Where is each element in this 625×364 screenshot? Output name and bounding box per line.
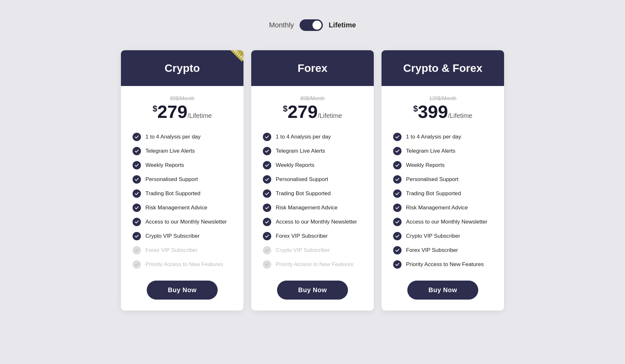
plan-price-forex: $279/Lifetime — [263, 103, 362, 121]
list-item: Weekly Reports — [393, 158, 492, 172]
plan-old-price-forex: 89$/Month — [263, 96, 362, 101]
feature-text: Access to our Monthly Newsletter — [276, 219, 357, 225]
check-active-icon — [133, 133, 141, 141]
plan-price-crypto: $279/Lifetime — [133, 103, 232, 121]
list-item: Personalised Support — [393, 172, 492, 187]
list-item: Risk Management Advice — [133, 201, 232, 215]
list-item: Access to our Monthly Newsletter — [133, 215, 232, 229]
plan-header-crypto: CryptoBESTSELLER — [121, 50, 243, 86]
feature-text: Personalised Support — [145, 176, 198, 183]
feature-text: 1 to 4 Analysis per day — [145, 134, 201, 140]
plan-body-crypto-forex: 139$/Month$399/Lifetime1 to 4 Analysis p… — [382, 86, 504, 311]
check-active-icon — [263, 189, 271, 198]
list-item: Personalised Support — [263, 172, 362, 187]
list-item: Personalised Support — [133, 172, 232, 187]
list-item: Telegram Live Alerts — [263, 144, 362, 158]
billing-toggle-row: Monthly Lifetime — [269, 19, 356, 31]
plan-features-crypto: 1 to 4 Analysis per dayTelegram Live Ale… — [133, 130, 232, 272]
check-active-icon — [263, 133, 271, 141]
buy-button-forex[interactable]: Buy Now — [277, 281, 348, 300]
check-active-icon — [393, 246, 402, 254]
feature-text: Weekly Reports — [276, 162, 314, 168]
feature-text: 1 to 4 Analysis per day — [406, 134, 461, 140]
plan-features-crypto-forex: 1 to 4 Analysis per dayTelegram Live Ale… — [393, 130, 492, 272]
check-inactive-icon — [133, 260, 141, 269]
check-active-icon — [393, 161, 402, 169]
check-active-icon — [133, 161, 141, 169]
feature-text: Priority Access to New Features — [145, 261, 223, 268]
check-inactive-icon — [263, 246, 271, 254]
list-item: Weekly Reports — [263, 158, 362, 172]
list-item: Trading Bot Supported — [133, 187, 232, 201]
list-item: Priority Access to New Features — [263, 257, 362, 272]
feature-text: Trading Bot Supported — [406, 190, 461, 197]
feature-text: Telegram Live Alerts — [276, 148, 325, 154]
lifetime-label: Lifetime — [329, 21, 356, 29]
check-active-icon — [393, 218, 402, 226]
buy-button-crypto[interactable]: Buy Now — [147, 281, 218, 300]
feature-text: 1 to 4 Analysis per day — [276, 134, 331, 140]
feature-text: Risk Management Advice — [145, 205, 207, 211]
check-active-icon — [263, 161, 271, 169]
feature-text: Access to our Monthly Newsletter — [406, 219, 487, 225]
check-active-icon — [263, 147, 271, 155]
plan-old-price-crypto: 89$/Month — [133, 96, 232, 101]
list-item: Access to our Monthly Newsletter — [263, 215, 362, 229]
plan-card-crypto-forex: Crypto & Forex139$/Month$399/Lifetime1 t… — [382, 50, 504, 311]
list-item: Priority Access to New Features — [393, 257, 492, 272]
feature-text: Risk Management Advice — [276, 205, 338, 211]
list-item: 1 to 4 Analysis per day — [133, 130, 232, 144]
list-item: 1 to 4 Analysis per day — [393, 130, 492, 144]
list-item: Trading Bot Supported — [263, 187, 362, 201]
check-active-icon — [133, 189, 141, 198]
feature-text: Crypto VIP Subscriber — [145, 233, 200, 239]
check-active-icon — [393, 189, 402, 198]
feature-text: Telegram Live Alerts — [406, 148, 455, 154]
check-active-icon — [393, 175, 402, 184]
check-inactive-icon — [133, 246, 141, 254]
plan-features-forex: 1 to 4 Analysis per dayTelegram Live Ale… — [263, 130, 362, 272]
list-item: Risk Management Advice — [393, 201, 492, 215]
feature-text: Trading Bot Supported — [145, 190, 200, 197]
check-active-icon — [393, 260, 402, 269]
check-active-icon — [263, 204, 271, 212]
pricing-cards-container: CryptoBESTSELLER89$/Month$279/Lifetime1 … — [87, 50, 538, 311]
feature-text: Weekly Reports — [145, 162, 184, 168]
feature-text: Personalised Support — [276, 176, 328, 183]
toggle-switch[interactable] — [300, 19, 323, 31]
check-active-icon — [133, 232, 141, 240]
list-item: 1 to 4 Analysis per day — [263, 130, 362, 144]
feature-text: Crypto VIP Subscriber — [406, 233, 460, 239]
list-item: Telegram Live Alerts — [133, 144, 232, 158]
check-active-icon — [393, 133, 402, 141]
list-item: Forex VIP Subscriber — [263, 229, 362, 243]
list-item: Priority Access to New Features — [133, 257, 232, 272]
list-item: Crypto VIP Subscriber — [393, 229, 492, 243]
plan-card-crypto: CryptoBESTSELLER89$/Month$279/Lifetime1 … — [121, 50, 243, 311]
check-active-icon — [133, 147, 141, 155]
plan-body-crypto: 89$/Month$279/Lifetime1 to 4 Analysis pe… — [121, 86, 243, 311]
feature-text: Forex VIP Subscriber — [276, 233, 328, 239]
check-active-icon — [393, 204, 402, 212]
feature-text: Personalised Support — [406, 176, 459, 183]
feature-text: Priority Access to New Features — [406, 261, 484, 268]
list-item: Weekly Reports — [133, 158, 232, 172]
buy-button-crypto-forex[interactable]: Buy Now — [407, 281, 478, 300]
check-active-icon — [263, 175, 271, 184]
feature-text: Priority Access to New Features — [276, 261, 353, 268]
check-active-icon — [133, 218, 141, 226]
check-active-icon — [133, 175, 141, 184]
check-active-icon — [133, 204, 141, 212]
list-item: Risk Management Advice — [263, 201, 362, 215]
plan-price-crypto-forex: $399/Lifetime — [393, 103, 492, 121]
plan-header-forex: Forex — [251, 50, 374, 86]
monthly-label: Monthly — [269, 21, 294, 29]
plan-header-crypto-forex: Crypto & Forex — [382, 50, 504, 86]
check-active-icon — [263, 218, 271, 226]
feature-text: Forex VIP Subscriber — [406, 247, 458, 254]
feature-text: Access to our Monthly Newsletter — [145, 219, 227, 225]
list-item: Crypto VIP Subscriber — [263, 243, 362, 257]
feature-text: Weekly Reports — [406, 162, 445, 168]
check-active-icon — [263, 232, 271, 240]
bestseller-badge: BESTSELLER — [223, 50, 243, 62]
